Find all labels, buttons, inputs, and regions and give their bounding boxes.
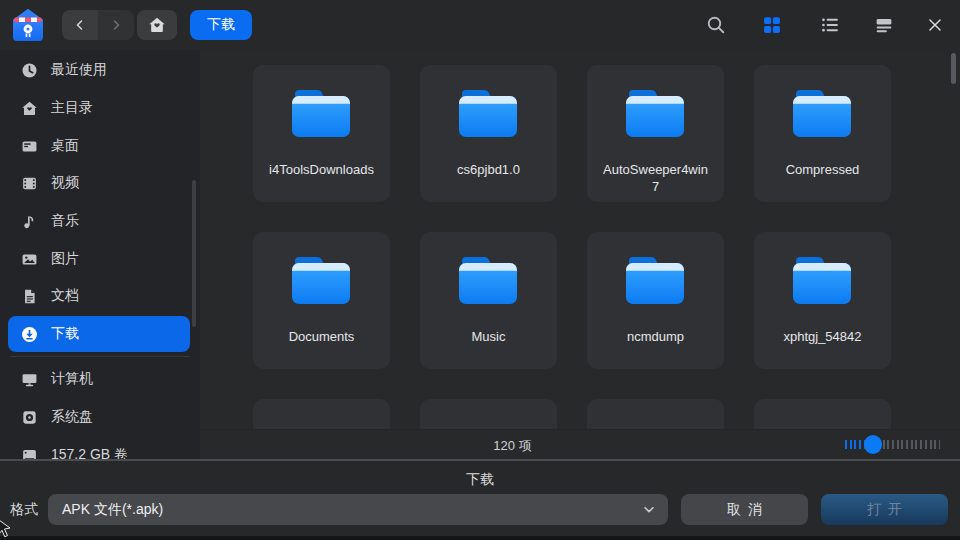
sidebar-item-label: 计算机 bbox=[51, 370, 93, 388]
desktop-icon bbox=[21, 138, 38, 155]
folder-icon bbox=[790, 254, 854, 306]
document-icon bbox=[21, 288, 38, 305]
nav-buttons bbox=[62, 10, 134, 40]
folder-icon bbox=[623, 87, 687, 139]
format-dropdown-value: APK 文件(*.apk) bbox=[62, 501, 163, 519]
file-grid: i4ToolsDownloads cs6pjbd1.0 AutoSweeper4… bbox=[200, 50, 960, 429]
folder-name: Documents bbox=[269, 328, 374, 345]
folder-tile[interactable]: Documents bbox=[253, 232, 390, 369]
sidebar-item-home[interactable]: 主目录 bbox=[8, 90, 190, 126]
folder-name: cs6pjbd1.0 bbox=[436, 161, 541, 178]
forward-button[interactable] bbox=[98, 10, 134, 40]
sidebar: 最近使用主目录桌面视频音乐图片文档下载计算机系统盘157.2 GB 卷 bbox=[0, 50, 200, 461]
sidebar-item-label: 音乐 bbox=[51, 212, 79, 230]
folder-name: Music bbox=[436, 328, 541, 345]
icon-size-slider-fill bbox=[845, 440, 864, 449]
computer-icon bbox=[21, 371, 38, 388]
folder-tile-partial[interactable] bbox=[587, 399, 724, 429]
cancel-button[interactable]: 取消 bbox=[681, 494, 808, 525]
file-chooser-dialog: 下载 最近使用主目录桌面视频音乐图片文档下载计算机系统盘157.2 GB 卷 i… bbox=[0, 0, 960, 540]
folder-tile-partial[interactable] bbox=[754, 399, 891, 429]
sidebar-item-downloads[interactable]: 下载 bbox=[8, 316, 190, 352]
folder-tile-partial[interactable] bbox=[253, 399, 390, 429]
sidebar-item-label: 桌面 bbox=[51, 137, 79, 155]
sidebar-item-recent[interactable]: 最近使用 bbox=[8, 52, 190, 88]
window-bottom-edge bbox=[0, 536, 960, 540]
open-button[interactable]: 打开 bbox=[821, 494, 948, 525]
breadcrumb[interactable]: 下载 bbox=[190, 10, 252, 40]
video-icon bbox=[21, 175, 38, 192]
folder-tile[interactable]: i4ToolsDownloads bbox=[253, 65, 390, 202]
detail-view-icon bbox=[875, 16, 893, 34]
item-count: 120 项 bbox=[200, 437, 825, 455]
sidebar-item-label: 文档 bbox=[51, 287, 79, 305]
format-dropdown[interactable]: APK 文件(*.apk) bbox=[48, 494, 668, 525]
list-view-button[interactable] bbox=[818, 13, 842, 37]
home-icon bbox=[148, 16, 166, 34]
folder-name: xphtgj_54842 bbox=[770, 328, 875, 345]
sidebar-item-music[interactable]: 音乐 bbox=[8, 203, 190, 239]
sidebar-item-label: 视频 bbox=[51, 174, 79, 192]
folder-icon bbox=[289, 254, 353, 306]
detail-view-button[interactable] bbox=[872, 13, 896, 37]
forward-icon bbox=[108, 17, 124, 33]
folder-icon bbox=[456, 87, 520, 139]
sidebar-item-desktop[interactable]: 桌面 bbox=[8, 128, 190, 164]
folder-tile[interactable]: cs6pjbd1.0 bbox=[420, 65, 557, 202]
sidebar-separator bbox=[10, 356, 190, 357]
back-button[interactable] bbox=[62, 10, 98, 40]
close-icon bbox=[926, 16, 944, 34]
folder-icon bbox=[456, 254, 520, 306]
icon-size-slider-handle[interactable] bbox=[864, 435, 882, 454]
folder-tile-partial[interactable] bbox=[420, 399, 557, 429]
list-view-icon bbox=[821, 16, 839, 34]
disk-icon bbox=[21, 409, 38, 426]
clock-icon bbox=[21, 62, 38, 79]
sidebar-item-system-disk[interactable]: 系统盘 bbox=[8, 399, 190, 435]
close-button[interactable] bbox=[923, 13, 947, 37]
statusbar: 120 项 bbox=[200, 429, 960, 460]
titlebar: 下载 bbox=[0, 0, 960, 50]
sidebar-scrollbar[interactable] bbox=[192, 180, 196, 327]
sidebar-item-label: 图片 bbox=[51, 250, 79, 268]
music-icon bbox=[21, 213, 38, 230]
grid-view-button[interactable] bbox=[760, 13, 784, 37]
picture-icon bbox=[21, 251, 38, 268]
folder-icon bbox=[790, 87, 854, 139]
folder-tile[interactable]: AutoSweeper4win7 bbox=[587, 65, 724, 202]
file-view: i4ToolsDownloads cs6pjbd1.0 AutoSweeper4… bbox=[200, 50, 960, 460]
sidebar-item-computer[interactable]: 计算机 bbox=[8, 361, 190, 397]
sidebar-item-label: 下载 bbox=[51, 325, 79, 343]
sidebar-item-label: 最近使用 bbox=[51, 61, 107, 79]
folder-tile[interactable]: xphtgj_54842 bbox=[754, 232, 891, 369]
home-button[interactable] bbox=[137, 10, 177, 40]
sidebar-item-pictures[interactable]: 图片 bbox=[8, 241, 190, 277]
dialog-footer: 下载 格式 APK 文件(*.apk) 取消 打开 bbox=[0, 461, 960, 536]
sidebar-item-documents[interactable]: 文档 bbox=[8, 278, 190, 314]
folder-icon bbox=[623, 254, 687, 306]
home-icon bbox=[21, 100, 38, 117]
folder-tile[interactable]: Compressed bbox=[754, 65, 891, 202]
sidebar-item-videos[interactable]: 视频 bbox=[8, 165, 190, 201]
folder-tile[interactable]: Music bbox=[420, 232, 557, 369]
sidebar-item-label: 系统盘 bbox=[51, 408, 93, 426]
folder-tile[interactable]: ncmdump bbox=[587, 232, 724, 369]
sidebar-item-label: 主目录 bbox=[51, 99, 93, 117]
chevron-down-icon bbox=[640, 501, 658, 519]
download-icon bbox=[21, 326, 38, 343]
folder-name: ncmdump bbox=[603, 328, 708, 345]
dialog-title: 下载 bbox=[0, 471, 960, 489]
folder-name: Compressed bbox=[770, 161, 875, 178]
file-view-scrollbar[interactable] bbox=[951, 53, 956, 84]
back-icon bbox=[72, 17, 88, 33]
sidebar-item-volume[interactable]: 157.2 GB 卷 bbox=[8, 437, 190, 461]
grid-view-icon bbox=[763, 16, 781, 34]
folder-name: AutoSweeper4win7 bbox=[603, 161, 708, 195]
app-store-icon bbox=[10, 7, 46, 43]
folder-name: i4ToolsDownloads bbox=[269, 161, 374, 178]
search-button[interactable] bbox=[704, 13, 728, 37]
search-icon bbox=[706, 15, 726, 35]
folder-icon bbox=[289, 87, 353, 139]
mouse-cursor bbox=[0, 519, 13, 540]
format-label: 格式 bbox=[10, 501, 38, 519]
